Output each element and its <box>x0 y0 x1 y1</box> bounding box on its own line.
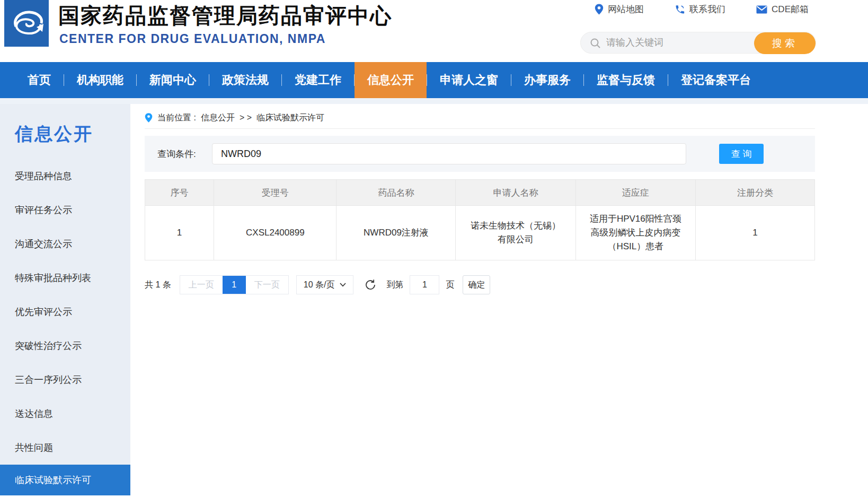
site-search: 搜索 <box>580 32 816 54</box>
page-size-select[interactable]: 10 条/页 <box>296 275 354 294</box>
table-cell: 诺未生物技术（无锡）有限公司 <box>456 206 575 260</box>
cde-logo-icon <box>4 0 49 47</box>
search-input[interactable] <box>606 33 749 53</box>
table-header-cell: 申请人名称 <box>456 180 575 206</box>
sidebar-item-7[interactable]: 三合一序列公示 <box>0 363 130 397</box>
map-pin-icon <box>595 4 604 15</box>
search-icon <box>590 38 601 49</box>
prev-page-button[interactable]: 上一页 <box>180 276 223 294</box>
table-header-cell: 注册分类 <box>695 180 814 206</box>
query-input[interactable] <box>212 143 686 164</box>
table-cell: 适用于HPV16阳性宫颈高级别鳞状上皮内病变（HSIL）患者 <box>575 206 695 260</box>
goto-confirm-button[interactable]: 确定 <box>463 275 490 294</box>
mail-icon <box>756 5 767 14</box>
page-unit-label: 页 <box>446 280 454 291</box>
nav-item-8[interactable]: 办事服务 <box>511 62 583 98</box>
results-table: 序号受理号药品名称申请人名称适应症注册分类 1CXSL2400899NWRD09… <box>145 179 815 260</box>
sitemap-label: 网站地图 <box>608 3 644 15</box>
mailbox-label: CDE邮箱 <box>772 3 809 15</box>
current-page-button[interactable]: 1 <box>223 276 246 294</box>
sidebar-item-9[interactable]: 共性问题 <box>0 431 130 465</box>
goto-page-input[interactable] <box>410 275 439 294</box>
nav-item-5[interactable]: 党建工作 <box>282 62 354 98</box>
table-header-cell: 适应症 <box>575 180 695 206</box>
sidebar-title: 信息公开 <box>15 122 130 146</box>
table-header-cell: 序号 <box>145 180 214 206</box>
goto-page-label: 到第 <box>386 280 403 291</box>
query-label: 查询条件: <box>157 136 196 172</box>
nav-item-7[interactable]: 申请人之窗 <box>427 62 511 98</box>
page-size-value: 10 条/页 <box>304 280 335 291</box>
pager-group: 上一页 1 下一页 <box>180 275 289 294</box>
sidebar-item-8[interactable]: 送达信息 <box>0 397 130 431</box>
site-subtitle: CENTER FOR DRUG EVALUATION, NMPA <box>59 32 326 46</box>
chevron-down-icon <box>340 283 346 287</box>
location-pin-icon <box>145 112 153 123</box>
table-header-row: 序号受理号药品名称申请人名称适应症注册分类 <box>145 180 815 206</box>
sitemap-link[interactable]: 网站地图 <box>595 3 644 15</box>
main-content: 当前位置 : 信息公开 > > 临床试验默示许可 查询条件: 查 询 序号受理号… <box>145 104 815 294</box>
contact-label: 联系我们 <box>689 3 725 15</box>
nav-item-9[interactable]: 监督与反馈 <box>584 62 668 98</box>
search-button[interactable]: 搜索 <box>754 32 816 54</box>
page: 国家药品监督管理局药品审评中心 CENTER FOR DRUG EVALUATI… <box>0 0 868 497</box>
table-cell: CXSL2400899 <box>214 206 336 260</box>
sidebar-item-6[interactable]: 突破性治疗公示 <box>0 329 130 363</box>
sidebar-item-3[interactable]: 沟通交流公示 <box>0 227 130 261</box>
nav-item-10[interactable]: 登记备案平台 <box>668 62 764 98</box>
breadcrumb-label: 当前位置 : <box>157 112 196 124</box>
sidebar-item-4[interactable]: 特殊审批品种列表 <box>0 261 130 295</box>
sidebar-item-1[interactable]: 受理品种信息 <box>0 159 130 193</box>
nav-item-3[interactable]: 新闻中心 <box>137 62 209 98</box>
header-quick-links: 网站地图 联系我们 CDE邮箱 <box>595 3 809 15</box>
refresh-icon[interactable] <box>364 278 377 291</box>
breadcrumb: 当前位置 : 信息公开 > > 临床试验默示许可 <box>145 104 815 129</box>
query-panel: 查询条件: 查 询 <box>145 136 815 172</box>
breadcrumb-section-link[interactable]: 信息公开 <box>201 112 235 124</box>
sidebar-item-10[interactable]: 临床试验默示许可 <box>0 465 130 495</box>
table-header-cell: 药品名称 <box>336 180 456 206</box>
contact-link[interactable]: 联系我们 <box>675 3 725 15</box>
pagination: 共 1 条 上一页 1 下一页 10 条/页 到第 页 确定 <box>145 275 815 294</box>
nav-item-2[interactable]: 机构职能 <box>64 62 136 98</box>
nav-bottom-strip <box>0 98 868 104</box>
table-cell: NWRD09注射液 <box>336 206 456 260</box>
sidebar: 信息公开 受理品种信息审评任务公示沟通交流公示特殊审批品种列表优先审评公示突破性… <box>0 104 130 492</box>
phone-icon <box>675 4 685 15</box>
next-page-button[interactable]: 下一页 <box>246 276 288 294</box>
breadcrumb-current: 临床试验默示许可 <box>256 112 324 124</box>
sidebar-item-5[interactable]: 优先审评公示 <box>0 295 130 329</box>
site-title: 国家药品监督管理局药品审评中心 <box>58 1 392 30</box>
mailbox-link[interactable]: CDE邮箱 <box>756 3 809 15</box>
nav-item-4[interactable]: 政策法规 <box>209 62 281 98</box>
header: 国家药品监督管理局药品审评中心 CENTER FOR DRUG EVALUATI… <box>0 0 868 62</box>
table-row: 1CXSL2400899NWRD09注射液诺未生物技术（无锡）有限公司适用于HP… <box>145 206 815 260</box>
query-button[interactable]: 查 询 <box>719 144 764 164</box>
table-cell: 1 <box>695 206 814 260</box>
nav-item-1[interactable]: 首页 <box>15 62 64 98</box>
table-header-cell: 受理号 <box>214 180 336 206</box>
nav-item-6[interactable]: 信息公开 <box>355 62 427 98</box>
main-nav: 首页机构职能新闻中心政策法规党建工作信息公开申请人之窗办事服务监督与反馈登记备案… <box>0 62 868 98</box>
pagination-total: 共 1 条 <box>145 280 171 291</box>
sidebar-item-2[interactable]: 审评任务公示 <box>0 193 130 227</box>
breadcrumb-separator: > > <box>240 113 252 123</box>
table-cell: 1 <box>145 206 214 260</box>
